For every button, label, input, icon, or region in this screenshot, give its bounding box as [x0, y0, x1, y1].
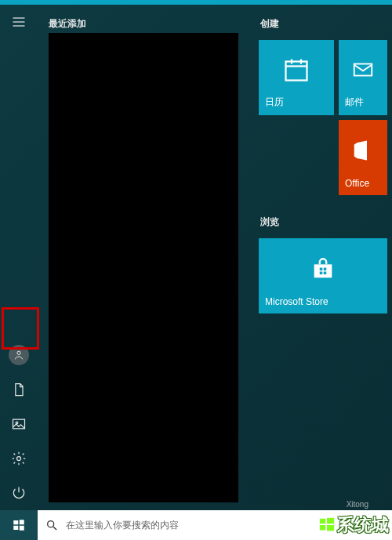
svg-rect-11	[354, 63, 372, 75]
windows-logo-icon	[12, 518, 26, 532]
svg-rect-19	[20, 526, 24, 531]
document-icon	[11, 382, 27, 397]
documents-button[interactable]	[0, 372, 38, 407]
apps-list[interactable]	[49, 33, 238, 502]
tile-label: 邮件	[345, 96, 381, 112]
hamburger-icon	[11, 14, 27, 30]
search-input[interactable]: 在这里输入你要搜索的内容	[38, 510, 392, 540]
gear-icon	[11, 451, 27, 466]
svg-rect-16	[13, 520, 18, 524]
picture-icon	[11, 416, 27, 432]
apps-heading: 最近添加	[49, 17, 238, 31]
tile-office[interactable]: Office	[339, 120, 387, 195]
svg-rect-13	[324, 268, 327, 271]
svg-rect-14	[320, 272, 323, 275]
power-button[interactable]	[0, 476, 38, 510]
svg-point-6	[17, 457, 21, 461]
apps-column: 最近添加	[38, 5, 246, 510]
pictures-button[interactable]	[0, 407, 38, 441]
calendar-icon	[265, 43, 328, 96]
svg-point-20	[48, 521, 54, 527]
svg-point-3	[17, 351, 20, 354]
mail-icon	[345, 43, 381, 96]
tile-group-heading-create[interactable]: 创建	[260, 17, 392, 31]
svg-rect-12	[320, 268, 323, 271]
tile-mail[interactable]: 邮件	[339, 40, 387, 115]
power-icon	[11, 485, 27, 501]
tile-calendar[interactable]: 日历	[259, 40, 334, 115]
tile-label: 日历	[265, 96, 328, 112]
svg-rect-18	[13, 526, 18, 530]
tile-label: Office	[345, 178, 381, 192]
user-button[interactable]	[0, 338, 38, 372]
expand-button[interactable]	[0, 5, 38, 39]
svg-rect-7	[286, 61, 307, 80]
tiles-column: 创建 日历 邮件	[254, 5, 392, 510]
office-icon	[345, 123, 381, 178]
search-placeholder: 在这里输入你要搜索的内容	[66, 519, 179, 532]
start-rail	[0, 5, 38, 510]
settings-button[interactable]	[0, 441, 38, 476]
taskbar: 在这里输入你要搜索的内容	[0, 510, 392, 540]
user-avatar-icon	[9, 345, 29, 365]
start-menu: 最近添加 创建 日历 邮件	[0, 5, 392, 510]
svg-rect-15	[324, 272, 327, 275]
svg-rect-17	[20, 520, 24, 524]
tile-store[interactable]: Microsoft Store	[259, 238, 387, 313]
start-button[interactable]	[0, 510, 38, 540]
tile-label: Microsoft Store	[265, 296, 381, 310]
svg-line-21	[53, 527, 56, 530]
search-icon	[45, 519, 58, 531]
store-icon	[265, 241, 381, 296]
tile-group-heading-browse[interactable]: 浏览	[260, 216, 392, 229]
